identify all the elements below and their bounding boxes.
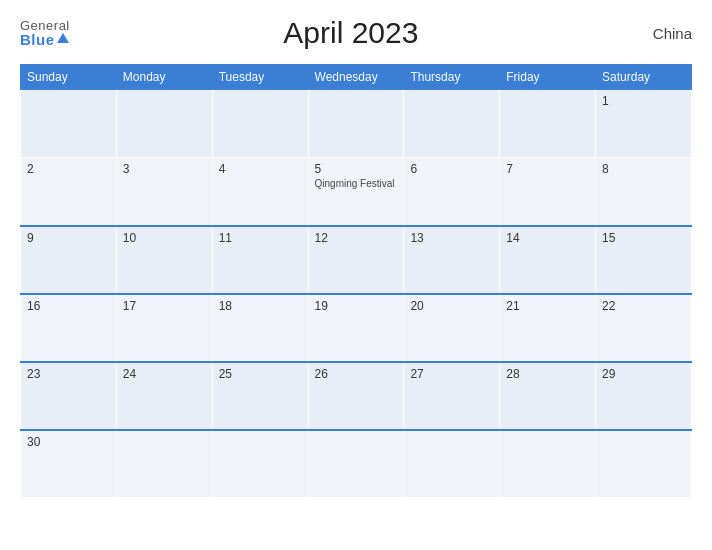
day-number: 2: [27, 162, 110, 176]
weekday-header-row: Sunday Monday Tuesday Wednesday Thursday…: [21, 65, 692, 90]
calendar-cell: 16: [21, 294, 117, 362]
col-wednesday: Wednesday: [308, 65, 404, 90]
day-number: 25: [219, 367, 302, 381]
calendar-cell: 27: [404, 362, 500, 430]
logo-triangle-icon: [57, 33, 69, 43]
day-number: 30: [27, 435, 110, 449]
calendar-cell: 2: [21, 158, 117, 226]
logo-blue-text: Blue: [20, 32, 55, 47]
calendar-cell: 1: [596, 90, 692, 158]
calendar-cell: 8: [596, 158, 692, 226]
calendar-cell: [500, 90, 596, 158]
calendar-cell: 9: [21, 226, 117, 294]
calendar-cell: 3: [116, 158, 212, 226]
calendar-cell: 21: [500, 294, 596, 362]
day-number: 19: [315, 299, 398, 313]
calendar-cell: [596, 430, 692, 498]
col-saturday: Saturday: [596, 65, 692, 90]
calendar-cell: 20: [404, 294, 500, 362]
calendar-cell: [308, 430, 404, 498]
day-number: 1: [602, 94, 685, 108]
calendar-cell: 11: [212, 226, 308, 294]
calendar-cell: 28: [500, 362, 596, 430]
day-number: 29: [602, 367, 685, 381]
day-number: 17: [123, 299, 206, 313]
calendar-cell: 12: [308, 226, 404, 294]
calendar-week-row: 23242526272829: [21, 362, 692, 430]
calendar-cell: 13: [404, 226, 500, 294]
calendar-cell: [116, 90, 212, 158]
calendar-cell: 14: [500, 226, 596, 294]
calendar-cell: 18: [212, 294, 308, 362]
day-number: 14: [506, 231, 589, 245]
calendar-cell: 17: [116, 294, 212, 362]
calendar-week-row: 16171819202122: [21, 294, 692, 362]
day-number: 18: [219, 299, 302, 313]
day-number: 24: [123, 367, 206, 381]
country-label: China: [632, 25, 692, 42]
day-number: 10: [123, 231, 206, 245]
day-number: 5: [315, 162, 398, 176]
day-number: 23: [27, 367, 110, 381]
day-number: 3: [123, 162, 206, 176]
calendar-cell: 24: [116, 362, 212, 430]
day-number: 16: [27, 299, 110, 313]
day-number: 15: [602, 231, 685, 245]
day-number: 12: [315, 231, 398, 245]
calendar-week-row: 2345Qingming Festival678: [21, 158, 692, 226]
calendar-cell: 26: [308, 362, 404, 430]
calendar-week-row: 30: [21, 430, 692, 498]
calendar-title: April 2023: [70, 16, 632, 50]
calendar-page: General Blue April 2023 China Sunday Mon…: [0, 0, 712, 550]
day-number: 22: [602, 299, 685, 313]
col-sunday: Sunday: [21, 65, 117, 90]
day-number: 11: [219, 231, 302, 245]
calendar-cell: 10: [116, 226, 212, 294]
day-number: 20: [410, 299, 493, 313]
calendar-cell: 30: [21, 430, 117, 498]
calendar-cell: 19: [308, 294, 404, 362]
calendar-cell: [116, 430, 212, 498]
logo: General Blue: [20, 19, 70, 47]
day-number: 7: [506, 162, 589, 176]
day-number: 21: [506, 299, 589, 313]
day-number: 8: [602, 162, 685, 176]
calendar-cell: [212, 430, 308, 498]
day-number: 4: [219, 162, 302, 176]
calendar-table: Sunday Monday Tuesday Wednesday Thursday…: [20, 64, 692, 498]
day-event: Qingming Festival: [315, 178, 398, 189]
calendar-cell: [308, 90, 404, 158]
calendar-cell: [212, 90, 308, 158]
calendar-cell: 22: [596, 294, 692, 362]
col-friday: Friday: [500, 65, 596, 90]
day-number: 26: [315, 367, 398, 381]
calendar-cell: [404, 90, 500, 158]
col-monday: Monday: [116, 65, 212, 90]
calendar-cell: 23: [21, 362, 117, 430]
header: General Blue April 2023 China: [20, 16, 692, 50]
calendar-cell: [500, 430, 596, 498]
calendar-cell: [404, 430, 500, 498]
calendar-cell: 29: [596, 362, 692, 430]
day-number: 27: [410, 367, 493, 381]
calendar-cell: [21, 90, 117, 158]
calendar-cell: 25: [212, 362, 308, 430]
calendar-week-row: 1: [21, 90, 692, 158]
day-number: 28: [506, 367, 589, 381]
calendar-cell: 15: [596, 226, 692, 294]
calendar-cell: 5Qingming Festival: [308, 158, 404, 226]
calendar-week-row: 9101112131415: [21, 226, 692, 294]
calendar-cell: 4: [212, 158, 308, 226]
day-number: 13: [410, 231, 493, 245]
day-number: 6: [410, 162, 493, 176]
col-tuesday: Tuesday: [212, 65, 308, 90]
day-number: 9: [27, 231, 110, 245]
calendar-cell: 7: [500, 158, 596, 226]
calendar-cell: 6: [404, 158, 500, 226]
col-thursday: Thursday: [404, 65, 500, 90]
